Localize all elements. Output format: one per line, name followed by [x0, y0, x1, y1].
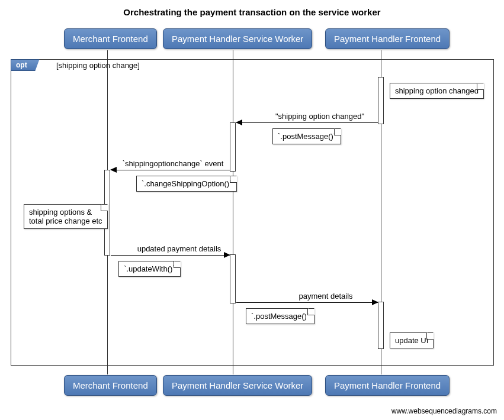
participant-merchant-bottom: Merchant Frontend	[64, 375, 157, 396]
arrow-msg4	[236, 302, 378, 303]
note-postmessage-1: `.postMessage()`	[272, 128, 341, 144]
arrow-msg3	[111, 255, 230, 256]
note-options-price: shipping options & total price change et…	[24, 204, 108, 229]
arrow-msg2	[111, 170, 230, 170]
opt-label: opt	[11, 59, 40, 71]
note-updatewith: `.updateWith()`	[118, 261, 181, 277]
participant-merchant-top: Merchant Frontend	[64, 28, 157, 49]
msg-payment-details: payment details	[272, 292, 379, 301]
msg-updated-details: updated payment details	[127, 244, 231, 253]
watermark: www.websequencediagrams.com	[391, 407, 497, 415]
participant-frontend-top: Payment Handler Frontend	[325, 28, 450, 49]
participant-frontend-bottom: Payment Handler Frontend	[325, 375, 450, 396]
diagram-title: Orchestrating the payment transaction on…	[0, 0, 504, 17]
note-shipping-changed: shipping option changed	[390, 83, 484, 99]
note-changeshipping: `.changeShippingOption()`	[136, 176, 237, 192]
participant-sw-top: Payment Handler Service Worker	[163, 28, 312, 49]
msg-shippingoptionchange: `shippingoptionchange` event	[114, 159, 232, 168]
note-postmessage-2: `.postMessage()`	[246, 308, 314, 324]
msg-shipping-changed: "shipping option changed"	[261, 112, 379, 121]
opt-condition: [shipping option change]	[56, 61, 140, 70]
note-update-ui: update UI	[390, 332, 434, 348]
arrow-msg1	[236, 122, 378, 123]
participant-sw-bottom: Payment Handler Service Worker	[163, 375, 312, 396]
